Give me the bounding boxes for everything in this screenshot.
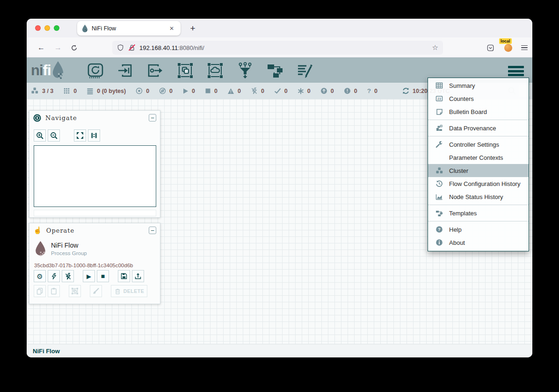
stale-icon [320,87,327,94]
menu-item-node-status-history[interactable]: Node Status History [428,190,529,203]
zoom-in-button[interactable] [34,129,46,142]
wrench-icon [435,141,444,148]
window-close-button[interactable] [35,25,41,31]
locally-modified-status: 0 [298,88,311,94]
configuration-button[interactable]: ⚙ [34,270,46,282]
selected-component-type: Process Group [51,250,87,256]
operate-panel: ☝ Operate – NiFi Flow Process Group 35cb… [29,223,160,304]
stop-button[interactable]: ■ [97,270,109,282]
process-group-component[interactable] [176,62,194,79]
zoom-actual-button[interactable] [88,129,100,142]
input-port-component[interactable] [116,62,134,79]
profile-button[interactable]: local [502,42,514,54]
back-button[interactable]: ← [35,42,47,54]
output-port-component[interactable] [146,62,164,79]
stop-icon: ■ [101,272,105,280]
container-label: local [499,38,512,44]
insecure-lock-icon[interactable] [128,44,136,51]
navigate-panel: Navigate – [29,110,160,218]
start-button[interactable]: ▶ [83,270,95,282]
zoom-out-button[interactable] [48,129,60,142]
tab-close-icon[interactable]: ✕ [167,25,176,32]
running-status: 0 [182,88,195,94]
stopped-status: 0 [205,88,218,94]
menu-item-counters[interactable]: 23 Counters [428,92,529,105]
url-bar[interactable]: 192.168.40.11:8080/nifi/ ☆ [112,41,443,55]
running-icon [182,88,189,94]
menu-item-summary[interactable]: Summary [428,79,529,92]
menu-item-bulletin-board[interactable]: Bulletin Board [428,105,529,118]
disable-button[interactable] [62,270,74,282]
menu-separator [428,136,529,136]
remote-process-group-icon [206,62,224,79]
delete-label: DELETE [123,288,144,294]
sync-failure-icon: ? [367,87,371,94]
play-icon: ▶ [87,273,91,280]
menu-item-about[interactable]: About [428,236,529,249]
svg-text:?: ? [438,227,441,232]
browser-menu-button[interactable] [518,42,530,54]
bookmark-star-icon[interactable]: ☆ [432,43,438,52]
menu-item-controller-settings[interactable]: Controller Settings [428,138,529,151]
upload-template-button[interactable] [132,270,144,282]
menu-separator [428,221,529,221]
brush-icon [92,287,100,295]
paste-button[interactable] [48,285,60,297]
operate-collapse-button[interactable]: – [149,227,156,234]
window-zoom-button[interactable] [54,25,59,31]
nifi-favicon [82,24,88,32]
locally-modified-stale-status: 0 [344,87,357,94]
group-button[interactable] [69,285,81,297]
enable-button[interactable] [48,270,60,282]
menu-item-templates[interactable]: Templates [428,207,529,220]
menu-item-parameter-contexts[interactable]: Parameter Contexts [428,151,529,164]
hand-pointer-icon: ☝ [33,226,42,235]
label-icon [296,62,314,79]
navigate-buttons [34,129,102,142]
breadcrumb-item[interactable]: NiFi Flow [33,348,60,355]
lightning-slash-icon [65,273,72,280]
forward-button[interactable]: → [52,42,64,54]
new-tab-button[interactable]: + [186,22,199,35]
locally-modified-stale-icon [344,87,351,94]
process-group-drop-icon [34,241,47,257]
refresh-icon[interactable] [402,87,409,94]
minimap-resize-strip[interactable] [34,210,156,216]
cluster-cubes-icon [435,167,444,174]
processor-component[interactable] [87,62,104,79]
create-template-button[interactable] [118,270,130,282]
browser-tab[interactable]: NiFi Flow ✕ [77,21,181,36]
menu-item-cluster[interactable]: Cluster [428,164,529,177]
birdseye-minimap[interactable] [34,145,156,207]
remote-process-group-component[interactable] [206,62,224,79]
funnel-icon [237,62,253,79]
menu-item-data-provenance[interactable]: Data Provenance [428,121,529,135]
selected-component-id[interactable]: 35cbd3b7-017b-1000-8bff-1c3405c00d6b [34,263,133,268]
color-button[interactable] [90,285,102,297]
global-menu-button[interactable] [506,64,526,78]
browser-window: NiFi Flow ✕ + ← → 192.168.40.11:8080/nif… [27,19,532,357]
delete-button[interactable]: DELETE [111,285,147,297]
shield-permissions-icon[interactable] [117,44,124,51]
desktop-background: NiFi Flow ✕ + ← → 192.168.40.11:8080/nif… [0,0,559,392]
pocket-icon[interactable] [484,42,496,54]
copy-button[interactable] [34,285,46,297]
nifi-logo: nifi [31,61,65,79]
zoom-fit-button[interactable] [74,129,86,142]
output-port-icon [146,62,164,79]
template-component[interactable] [266,62,284,79]
menu-item-help[interactable]: ? Help [428,223,529,236]
stopped-icon [205,88,211,94]
save-template-icon [120,272,128,280]
funnel-component[interactable] [236,62,254,79]
label-component[interactable] [296,62,314,79]
navigate-collapse-button[interactable]: – [149,114,156,121]
window-minimize-button[interactable] [44,25,50,31]
hamburger-icon [521,45,528,50]
zoom-actual-icon [90,132,98,139]
menu-item-flow-configuration-history[interactable]: Flow Configuration History [428,177,529,190]
transmitting-status: 0 [136,87,149,94]
not-transmitting-icon [159,87,166,94]
operate-title: Operate [46,227,75,234]
reload-button[interactable] [68,42,80,54]
